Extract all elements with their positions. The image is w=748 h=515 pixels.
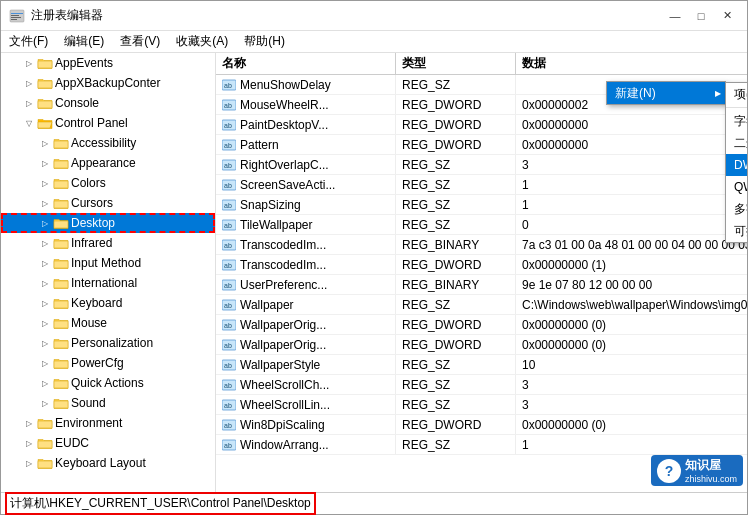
reg-sz-icon: ab (222, 439, 236, 451)
expand-mouse[interactable]: ▷ (37, 315, 53, 331)
sidebar-item-console[interactable]: ▷ Console (1, 93, 215, 113)
sidebar-item-powercfg[interactable]: ▷ PowerCfg (1, 353, 215, 373)
sidebar-item-desktop[interactable]: ▷ Desktop (1, 213, 215, 233)
cell-data: 0x00000000 (516, 135, 747, 154)
table-row[interactable]: ab PaintDesktopV... REG_DWORD 0x00000000 (216, 115, 747, 135)
submenu-item-multistring[interactable]: 多字符串值(M) (726, 198, 747, 220)
expand-environment[interactable]: ▷ (21, 415, 37, 431)
expand-infrared[interactable]: ▷ (37, 235, 53, 251)
sidebar-item-cursors[interactable]: ▷ Cursors (1, 193, 215, 213)
expand-powercfg[interactable]: ▷ (37, 355, 53, 371)
sidebar-item-eudc[interactable]: ▷ EUDC (1, 433, 215, 453)
table-row[interactable]: ab UserPreferenc... REG_BINARY 9e 1e 07 … (216, 275, 747, 295)
table-row[interactable]: ab Win8DpiScaling REG_DWORD 0x00000000 (… (216, 415, 747, 435)
table-row[interactable]: ab WheelScrollCh... REG_SZ 3 (216, 375, 747, 395)
sidebar-item-keyboard[interactable]: ▷ Keyboard (1, 293, 215, 313)
submenu-item-key[interactable]: 项(K) (726, 83, 747, 105)
table-row[interactable]: ab TileWallpaper REG_SZ 0 (216, 215, 747, 235)
table-row[interactable]: ab WheelScrollLin... REG_SZ 3 (216, 395, 747, 415)
submenu-item-qword[interactable]: QWORD (64 位)值(Q) (726, 176, 747, 198)
expand-sound[interactable]: ▷ (37, 395, 53, 411)
sidebar-item-appxbackup[interactable]: ▷ AppXBackupConter (1, 73, 215, 93)
expand-keyboardlayout[interactable]: ▷ (21, 455, 37, 471)
sidebar-item-inputmethod[interactable]: ▷ Input Method (1, 253, 215, 273)
sidebar-item-sound[interactable]: ▷ Sound (1, 393, 215, 413)
sidebar-item-quickactions[interactable]: ▷ Quick Actions (1, 373, 215, 393)
svg-rect-23 (38, 441, 52, 448)
expand-desktop[interactable]: ▷ (37, 215, 53, 231)
expand-inputmethod[interactable]: ▷ (37, 255, 53, 271)
watermark: ? 知识屋 zhishivu.com (651, 455, 743, 486)
table-row[interactable]: ab SnapSizing REG_SZ 1 (216, 195, 747, 215)
sidebar-item-personalization[interactable]: ▷ Personalization (1, 333, 215, 353)
table-row[interactable]: ab WindowArrang... REG_SZ 1 (216, 435, 747, 455)
expand-personalization[interactable]: ▷ (37, 335, 53, 351)
expand-console[interactable]: ▷ (21, 95, 37, 111)
svg-rect-22 (38, 421, 52, 428)
submenu-item-expandstring[interactable]: 可扩充字符串值(E) (726, 220, 747, 242)
submenu-item-dword[interactable]: DWORD (32 位)值(D) (726, 154, 747, 176)
sidebar-item-environment[interactable]: ▷ Environment (1, 413, 215, 433)
svg-rect-20 (54, 381, 68, 388)
minimize-button[interactable]: — (663, 5, 687, 27)
context-menu[interactable]: 新建(N) ▶ 项(K) 字符串值(S) 二进制值(B) DWORD (32 位… (606, 81, 726, 105)
folder-icon (53, 336, 69, 350)
svg-rect-1 (11, 13, 23, 14)
table-row[interactable]: ab TranscodedIm... REG_BINARY 7a c3 01 0… (216, 235, 747, 255)
expand-international[interactable]: ▷ (37, 275, 53, 291)
close-button[interactable]: ✕ (715, 5, 739, 27)
sidebar-item-appearance[interactable]: ▷ Appearance (1, 153, 215, 173)
table-row[interactable]: ab WallpaperOrig... REG_DWORD 0x00000000… (216, 335, 747, 355)
cell-data: 0x00000000 (516, 115, 747, 134)
sidebar-item-accessibility[interactable]: ▷ Accessibility (1, 133, 215, 153)
svg-rect-12 (54, 221, 68, 228)
expand-colors[interactable]: ▷ (37, 175, 53, 191)
table-row[interactable]: ab WallpaperOrig... REG_DWORD 0x00000000… (216, 315, 747, 335)
expand-appxbackup[interactable]: ▷ (21, 75, 37, 91)
table-row[interactable]: ab ScreenSaveActi... REG_SZ 1 (216, 175, 747, 195)
expand-keyboard[interactable]: ▷ (37, 295, 53, 311)
svg-text:ab: ab (224, 382, 232, 389)
reg-sz-icon: ab (222, 219, 236, 231)
expand-quickactions[interactable]: ▷ (37, 375, 53, 391)
sidebar-item-colors[interactable]: ▷ Colors (1, 173, 215, 193)
svg-text:ab: ab (224, 202, 232, 209)
expand-accessibility[interactable]: ▷ (37, 135, 53, 151)
cell-name: ab Wallpaper (216, 295, 396, 314)
submenu-item-string[interactable]: 字符串值(S) (726, 110, 747, 132)
sidebar-item-international[interactable]: ▷ International (1, 273, 215, 293)
menu-view[interactable]: 查看(V) (112, 31, 168, 52)
cell-type: REG_DWORD (396, 95, 516, 114)
maximize-button[interactable]: □ (689, 5, 713, 27)
table-row[interactable]: ab WallpaperStyle REG_SZ 10 (216, 355, 747, 375)
menu-edit[interactable]: 编辑(E) (56, 31, 112, 52)
table-row[interactable]: ab Pattern REG_DWORD 0x00000000 (216, 135, 747, 155)
menu-favorites[interactable]: 收藏夹(A) (168, 31, 236, 52)
table-row[interactable]: ab TranscodedIm... REG_DWORD 0x00000000 … (216, 255, 747, 275)
sidebar-item-keyboardlayout[interactable]: ▷ Keyboard Layout (1, 453, 215, 473)
svg-rect-14 (54, 261, 68, 268)
menu-help[interactable]: 帮助(H) (236, 31, 293, 52)
menu-file[interactable]: 文件(F) (1, 31, 56, 52)
expand-appearance[interactable]: ▷ (37, 155, 53, 171)
expand-controlpanel[interactable]: ▽ (21, 115, 37, 131)
reg-dword-icon: ab (222, 419, 236, 431)
status-bar: 计算机\HKEY_CURRENT_USER\Control Panel\Desk… (1, 492, 747, 514)
folder-icon (37, 76, 53, 90)
submenu-new[interactable]: 项(K) 字符串值(S) 二进制值(B) DWORD (32 位)值(D) QW… (725, 82, 747, 243)
sidebar-item-controlpanel[interactable]: ▽ Control Panel (1, 113, 215, 133)
svg-rect-10 (54, 181, 68, 188)
expand-appevents[interactable]: ▷ (21, 55, 37, 71)
folder-icon (53, 136, 69, 150)
sidebar-item-appevents[interactable]: ▷ AppEvents (1, 53, 215, 73)
context-menu-new[interactable]: 新建(N) ▶ (607, 82, 725, 104)
sidebar-item-infrared[interactable]: ▷ Infrared (1, 233, 215, 253)
cell-name: ab SnapSizing (216, 195, 396, 214)
table-row[interactable]: ab RightOverlapC... REG_SZ 3 (216, 155, 747, 175)
expand-cursors[interactable]: ▷ (37, 195, 53, 211)
sidebar-item-mouse[interactable]: ▷ Mouse (1, 313, 215, 333)
submenu-item-binary[interactable]: 二进制值(B) (726, 132, 747, 154)
expand-eudc[interactable]: ▷ (21, 435, 37, 451)
status-path: 计算机\HKEY_CURRENT_USER\Control Panel\Desk… (7, 494, 314, 513)
table-row[interactable]: ab Wallpaper REG_SZ C:\Windows\web\wallp… (216, 295, 747, 315)
